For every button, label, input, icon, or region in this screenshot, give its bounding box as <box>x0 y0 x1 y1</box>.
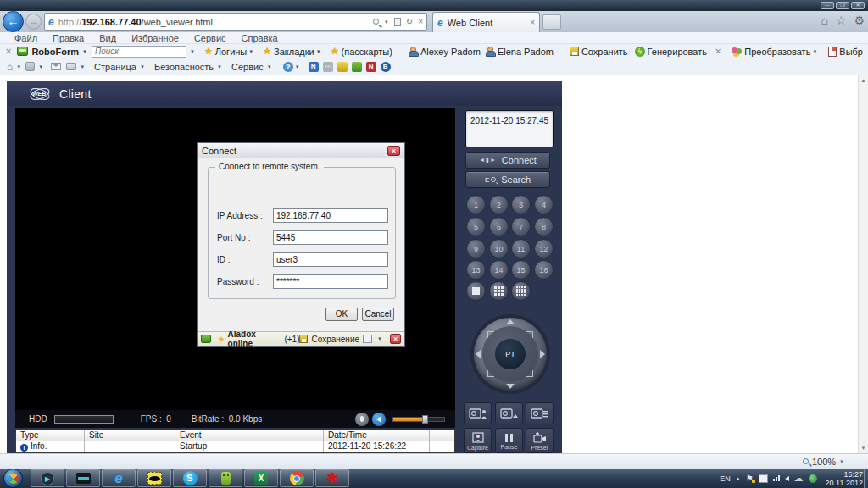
channel-button[interactable]: 15 <box>511 260 531 280</box>
settings-gear-icon[interactable]: ⚙ <box>854 14 865 27</box>
roboform-generate[interactable]: Генерировать <box>648 47 707 57</box>
address-dropdown-icon[interactable]: ▼ <box>384 19 389 25</box>
taskbar-skype[interactable]: S <box>173 469 207 487</box>
preset-button[interactable]: Preset <box>526 428 554 453</box>
cancel-button[interactable]: Cancel <box>362 308 394 321</box>
search-icon[interactable] <box>373 19 379 25</box>
compatibility-view-icon[interactable] <box>394 18 401 26</box>
matcher-close-button[interactable]: ✕ <box>390 334 401 344</box>
volume-slider-handle[interactable] <box>422 415 428 424</box>
stop-icon[interactable]: × <box>418 17 423 26</box>
table-row[interactable]: iInfo. Startup 2012-11-20 15:26:22 <box>16 441 454 452</box>
start-button[interactable] <box>3 469 23 488</box>
feed-icon[interactable] <box>25 62 35 71</box>
taskbar-clock[interactable]: 15:27 20.11.2012 <box>826 470 863 487</box>
addon-icon-blue-n[interactable]: N <box>309 62 319 72</box>
volume-speaker-icon[interactable] <box>785 476 789 481</box>
camera-list-view-button[interactable] <box>526 402 554 424</box>
connect-button[interactable]: ◄▮► Connect <box>465 152 550 169</box>
menu-tools[interactable]: Сервис <box>186 33 234 43</box>
speaker-button[interactable] <box>372 413 386 426</box>
channel-button[interactable]: 2 <box>489 195 509 214</box>
matcher-save[interactable]: Сохранение <box>311 335 359 344</box>
menu-favorites[interactable]: Избранное <box>124 33 186 43</box>
password-field[interactable] <box>273 274 388 289</box>
channel-button[interactable]: 13 <box>466 260 486 280</box>
show-desktop-button[interactable] <box>864 469 868 488</box>
channel-button[interactable]: 11 <box>511 239 531 258</box>
help-icon[interactable]: ? <box>283 62 293 72</box>
channel-button[interactable]: 9 <box>466 239 486 258</box>
language-indicator[interactable]: EN <box>720 474 731 483</box>
identity-elena[interactable]: Elena Padom <box>498 47 554 57</box>
taskbar-chrome[interactable] <box>280 469 314 487</box>
channel-button[interactable]: 4 <box>534 195 554 214</box>
forward-button[interactable]: → <box>25 14 42 30</box>
action-center-flag-icon[interactable]: ⚑ <box>746 474 754 483</box>
id-field[interactable] <box>273 252 388 267</box>
roboform-logins[interactable]: Логины <box>215 47 247 57</box>
channel-button[interactable]: 5 <box>466 217 486 236</box>
cloud-sync-icon[interactable]: ☁ <box>794 473 804 484</box>
channel-button[interactable]: 1 <box>466 195 486 214</box>
mail-icon[interactable] <box>51 63 61 70</box>
channel-button[interactable]: 7 <box>511 217 531 236</box>
col-event[interactable]: Event <box>175 430 324 441</box>
scroll-up-icon[interactable]: ▲ <box>861 75 866 86</box>
col-type[interactable]: Type <box>16 430 85 441</box>
taskbar-internet-explorer[interactable]: e <box>102 469 136 487</box>
ptz-right-icon[interactable] <box>540 350 545 358</box>
zoom-dropdown-icon[interactable]: ▼ <box>839 459 844 464</box>
channel-button[interactable]: 12 <box>534 239 554 258</box>
search-button[interactable]: E Search <box>465 171 550 188</box>
ptz-down-icon[interactable] <box>506 384 515 389</box>
ok-button[interactable]: OK <box>326 308 358 321</box>
addon-icon-roboform[interactable] <box>352 62 362 72</box>
menu-file[interactable]: Файл <box>7 33 45 43</box>
back-button[interactable]: ← <box>3 11 24 32</box>
zoom-level[interactable]: 100% <box>812 457 836 467</box>
restore-button[interactable]: ❐ <box>836 2 849 9</box>
addon-icon-save[interactable] <box>337 62 348 72</box>
network-signal-icon[interactable] <box>773 475 780 481</box>
port-field[interactable] <box>273 230 388 245</box>
col-site[interactable]: Site <box>85 430 175 441</box>
ptz-center-button[interactable]: PT <box>494 338 526 370</box>
roboform-search-input[interactable] <box>92 46 186 58</box>
tab-close-icon[interactable]: × <box>530 18 535 27</box>
export-icon[interactable] <box>363 335 372 343</box>
channel-button[interactable]: 14 <box>489 260 509 280</box>
dialog-close-button[interactable]: ✕ <box>387 146 400 156</box>
dialog-titlebar[interactable]: Connect ✕ <box>198 143 404 158</box>
col-datetime[interactable]: Date/Time <box>324 430 430 441</box>
addon-icon-grid[interactable]: ⋯ <box>323 62 333 72</box>
taskbar-red-app[interactable]: ✱ <box>315 469 349 487</box>
roboform-convert[interactable]: Преобразовать <box>744 47 810 57</box>
scroll-down-icon[interactable]: ▼ <box>861 443 866 453</box>
roboform-save[interactable]: Сохранить <box>581 47 628 57</box>
home-icon[interactable]: ⌂ <box>821 14 827 27</box>
roboform-bookmarks[interactable]: Закладки <box>274 47 314 57</box>
split-3x3-button[interactable] <box>489 281 509 301</box>
ptz-left-icon[interactable] <box>476 350 481 358</box>
roboform-passcards[interactable]: (пасскарты) <box>342 47 392 57</box>
tab-web-client[interactable]: e Web Client × <box>432 12 540 32</box>
taskbar-excel[interactable]: X <box>244 469 278 487</box>
ptz-joystick[interactable]: PT <box>474 318 547 391</box>
page-menu[interactable]: Страница <box>94 62 136 72</box>
ptz-up-icon[interactable] <box>506 319 515 324</box>
channel-button[interactable]: 8 <box>534 217 554 236</box>
toolbar-close-icon[interactable]: ✕ <box>5 47 12 56</box>
tray-window-icon[interactable] <box>759 474 768 483</box>
camera-user-view-button[interactable] <box>464 402 492 424</box>
home-icon[interactable]: ⌂ <box>7 61 13 73</box>
close-button[interactable]: ✕ <box>851 2 865 9</box>
taskbar-media-player[interactable]: ▶ <box>31 469 64 487</box>
pause-button[interactable]: Pause <box>495 428 523 453</box>
menu-view[interactable]: Вид <box>92 33 124 43</box>
ip-address-field[interactable] <box>273 208 388 223</box>
refresh-icon[interactable]: ↻ <box>406 17 413 26</box>
channel-button[interactable]: 16 <box>534 260 554 280</box>
camera-image-view-button[interactable] <box>495 402 523 424</box>
volume-slider[interactable] <box>392 417 445 422</box>
